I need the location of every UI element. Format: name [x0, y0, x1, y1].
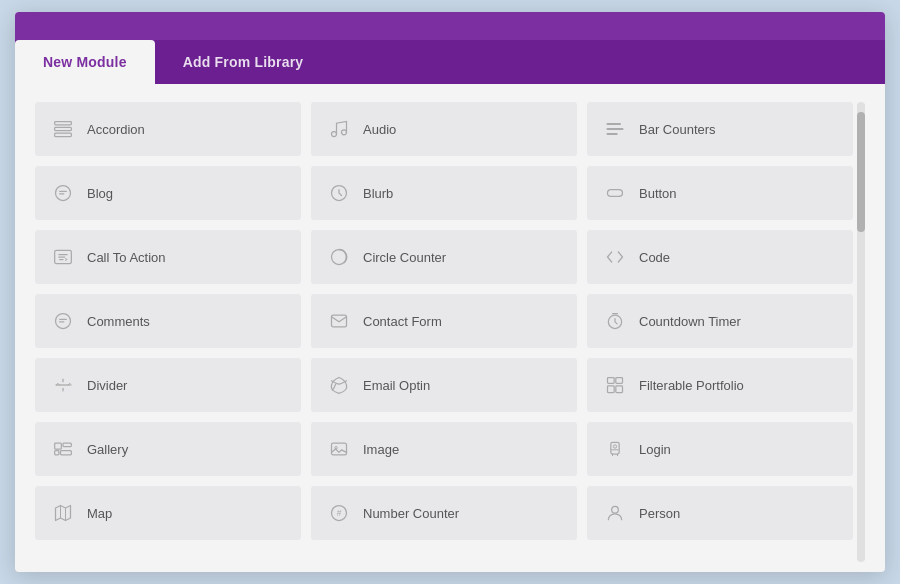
number-counter-icon: # [327, 503, 351, 523]
module-label-call-to-action: Call To Action [87, 250, 166, 265]
tab-bar: New Module Add From Library [15, 40, 885, 84]
svg-point-8 [56, 186, 71, 201]
module-item-countdown-timer[interactable]: Countdown Timer [587, 294, 853, 348]
module-label-number-counter: Number Counter [363, 506, 459, 521]
svg-rect-24 [61, 451, 72, 455]
module-item-blog[interactable]: Blog [35, 166, 301, 220]
module-item-comments[interactable]: Comments [35, 294, 301, 348]
svg-rect-0 [55, 122, 72, 125]
module-label-email-optin: Email Optin [363, 378, 430, 393]
module-label-gallery: Gallery [87, 442, 128, 457]
module-item-number-counter[interactable]: #Number Counter [311, 486, 577, 540]
call-to-action-icon [51, 247, 75, 267]
module-label-button: Button [639, 186, 677, 201]
svg-point-28 [613, 445, 616, 448]
module-label-accordion: Accordion [87, 122, 145, 137]
svg-point-33 [612, 506, 619, 513]
svg-point-13 [56, 314, 71, 329]
gallery-icon [51, 439, 75, 459]
module-item-contact-form[interactable]: Contact Form [311, 294, 577, 348]
divider-icon [51, 375, 75, 395]
module-item-accordion[interactable]: Accordion [35, 102, 301, 156]
svg-rect-23 [55, 451, 59, 455]
module-item-code[interactable]: Code [587, 230, 853, 284]
comments-icon [51, 311, 75, 331]
svg-point-4 [342, 130, 347, 135]
scrollbar-thumb [857, 112, 865, 232]
module-label-comments: Comments [87, 314, 150, 329]
module-item-divider[interactable]: Divider [35, 358, 301, 412]
svg-rect-2 [55, 133, 72, 136]
module-label-contact-form: Contact Form [363, 314, 442, 329]
svg-rect-19 [608, 386, 615, 393]
module-item-map[interactable]: Map [35, 486, 301, 540]
module-item-login[interactable]: Login [587, 422, 853, 476]
module-item-circle-counter[interactable]: Circle Counter [311, 230, 577, 284]
code-icon [603, 247, 627, 267]
svg-rect-10 [608, 190, 623, 197]
modal-body: AccordionAudioBar CountersBlogBlurbButto… [15, 84, 885, 572]
module-label-blog: Blog [87, 186, 113, 201]
contact-form-icon [327, 311, 351, 331]
accordion-icon [51, 119, 75, 139]
module-label-filterable-portfolio: Filterable Portfolio [639, 378, 744, 393]
module-item-gallery[interactable]: Gallery [35, 422, 301, 476]
login-icon [603, 439, 627, 459]
modules-grid: AccordionAudioBar CountersBlogBlurbButto… [35, 102, 853, 562]
svg-rect-17 [608, 378, 615, 384]
svg-rect-1 [55, 127, 72, 130]
map-icon [51, 503, 75, 523]
tab-add-from-library[interactable]: Add From Library [155, 40, 332, 84]
module-item-filterable-portfolio[interactable]: Filterable Portfolio [587, 358, 853, 412]
module-item-bar-counters[interactable]: Bar Counters [587, 102, 853, 156]
image-icon [327, 439, 351, 459]
svg-rect-18 [616, 378, 623, 384]
button-icon [603, 183, 627, 203]
module-item-person[interactable]: Person [587, 486, 853, 540]
module-item-email-optin[interactable]: Email Optin [311, 358, 577, 412]
person-icon [603, 503, 627, 523]
bar-counters-icon [603, 119, 627, 139]
svg-rect-25 [332, 443, 347, 455]
svg-rect-14 [332, 315, 347, 327]
email-optin-icon [327, 375, 351, 395]
module-label-countdown-timer: Countdown Timer [639, 314, 741, 329]
module-label-person: Person [639, 506, 680, 521]
module-label-login: Login [639, 442, 671, 457]
countdown-timer-icon [603, 311, 627, 331]
module-item-call-to-action[interactable]: Call To Action [35, 230, 301, 284]
insert-module-modal: New Module Add From Library AccordionAud… [15, 12, 885, 572]
svg-rect-22 [63, 443, 71, 446]
svg-rect-21 [55, 443, 62, 449]
module-item-button[interactable]: Button [587, 166, 853, 220]
svg-text:#: # [337, 508, 342, 518]
module-label-code: Code [639, 250, 670, 265]
audio-icon [327, 119, 351, 139]
module-item-image[interactable]: Image [311, 422, 577, 476]
modal-header [15, 12, 885, 40]
module-item-blurb[interactable]: Blurb [311, 166, 577, 220]
module-item-audio[interactable]: Audio [311, 102, 577, 156]
filterable-portfolio-icon [603, 375, 627, 395]
module-label-image: Image [363, 442, 399, 457]
circle-counter-icon [327, 247, 351, 267]
scrollbar-track[interactable] [857, 102, 865, 562]
module-label-audio: Audio [363, 122, 396, 137]
svg-rect-20 [616, 386, 623, 393]
svg-point-3 [332, 132, 337, 137]
module-label-blurb: Blurb [363, 186, 393, 201]
module-label-divider: Divider [87, 378, 127, 393]
module-label-bar-counters: Bar Counters [639, 122, 716, 137]
tab-new-module[interactable]: New Module [15, 40, 155, 84]
module-label-map: Map [87, 506, 112, 521]
blog-icon [51, 183, 75, 203]
module-label-circle-counter: Circle Counter [363, 250, 446, 265]
blurb-icon [327, 183, 351, 203]
